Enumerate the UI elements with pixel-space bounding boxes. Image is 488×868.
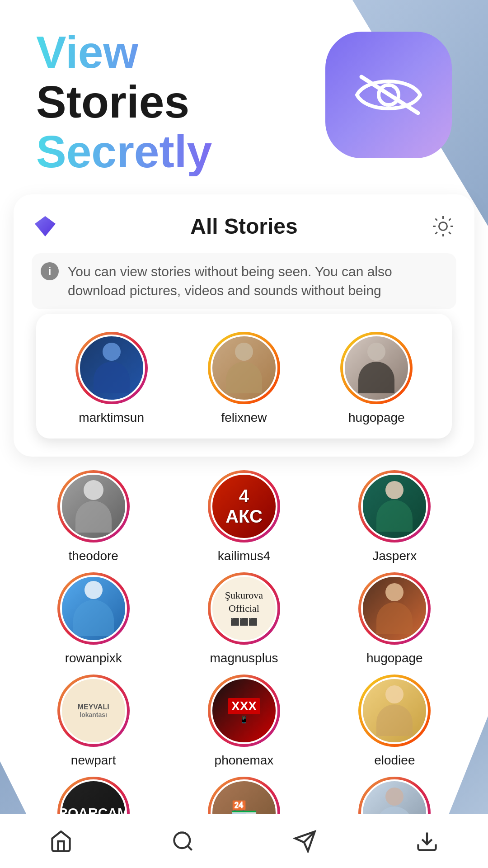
story-item-marktimsun[interactable]: marktimsun (50, 332, 173, 425)
header-line1: View (36, 27, 212, 77)
nav-search[interactable] (165, 823, 201, 859)
avatar-wrapper-newpart: MEYVALI lokantası (57, 675, 130, 747)
avatar-wrapper-hugopage (340, 332, 413, 404)
avatar-wrapper-marktimsun (75, 332, 148, 404)
avatar-newpart: MEYVALI lokantası (60, 677, 127, 744)
svg-point-4 (174, 832, 190, 848)
username-phonemax: phonemax (215, 753, 274, 768)
username-magnusplus: magnusplus (210, 651, 278, 665)
info-text: You can view stories without being seen.… (68, 262, 447, 300)
bottom-navigation (0, 814, 488, 868)
story-item-jasperx[interactable]: Jasperx (324, 470, 465, 563)
username-felixnew: felixnew (221, 410, 267, 425)
story-item-felixnew[interactable]: felixnew (182, 332, 305, 425)
home-icon (49, 830, 73, 853)
username-jasperx: Jasperx (372, 549, 417, 563)
nav-send[interactable] (287, 823, 323, 859)
avatar-content-kailimus4: 4АКС (225, 486, 263, 527)
avatar-silhouette (358, 343, 394, 393)
avatar-rowanpixk (60, 575, 127, 642)
featured-stories-card: marktimsun felixnew (36, 314, 452, 439)
avatar-silhouette (376, 685, 413, 736)
svg-point-3 (439, 222, 447, 230)
avatar-theodore (60, 473, 127, 540)
story-item-theodore[interactable]: theodore (23, 470, 164, 563)
avatar-wrapper-jasperx (358, 470, 431, 542)
avatar-magnusplus: ŞukurovaOfficial⬛⬛⬛ (211, 575, 277, 642)
nav-download[interactable] (409, 823, 445, 859)
avatar-wrapper-kailimus4: 4АКС (208, 470, 280, 542)
story-item-phonemax[interactable]: XXX 📱 phonemax (173, 675, 314, 768)
avatar-kailimus4: 4АКС (211, 473, 277, 540)
username-rowanpixk: rowanpixk (65, 651, 122, 665)
avatar-wrapper-rowanpixk (57, 572, 130, 645)
username-newpart: newpart (71, 753, 116, 768)
story-item-newpart[interactable]: MEYVALI lokantası newpart (23, 675, 164, 768)
avatar-silhouette (94, 343, 130, 393)
username-elodiee: elodiee (374, 753, 415, 768)
app-logo (325, 32, 452, 158)
header-line3: Secretly (36, 127, 212, 176)
avatar-hugopage2 (361, 575, 428, 642)
avatar-silhouette (376, 481, 413, 532)
avatar-jasperx (361, 473, 428, 540)
send-icon (293, 830, 317, 853)
story-item-kailimus4[interactable]: 4АКС kailimus4 (173, 470, 314, 563)
avatar-marktimsun (78, 335, 145, 401)
username-kailimus4: kailimus4 (218, 549, 271, 563)
username-theodore: theodore (68, 549, 118, 563)
header-section: View Stories Secretly (0, 0, 488, 194)
story-item-hugopage2[interactable]: hugopage (324, 572, 465, 665)
avatar-silhouette (75, 480, 112, 533)
story-item-elodiee[interactable]: elodiee (324, 675, 465, 768)
gear-icon[interactable] (429, 212, 456, 240)
avatar-hugopage (343, 335, 410, 401)
avatar-silhouette (226, 343, 262, 393)
main-stories-section: theodore 4АКС kailimus4 (0, 457, 488, 868)
avatar-phonemax: XXX 📱 (211, 677, 277, 744)
stories-grid-main: theodore 4АКС kailimus4 (23, 470, 465, 868)
card-title: All Stories (190, 214, 297, 239)
username-hugopage-1: hugopage (348, 410, 405, 425)
app-logo-icon (348, 68, 429, 122)
download-icon (415, 830, 439, 853)
diamond-icon (32, 212, 59, 240)
avatar-elodiee (361, 677, 428, 744)
header-text: View Stories Secretly (36, 27, 212, 176)
username-hugopage2: hugopage (366, 651, 423, 665)
avatar-wrapper-hugopage2 (358, 572, 431, 645)
avatar-wrapper-magnusplus: ŞukurovaOfficial⬛⬛⬛ (208, 572, 280, 645)
svg-line-5 (188, 846, 192, 850)
avatar-wrapper-theodore (57, 470, 130, 542)
avatar-silhouette (376, 583, 413, 634)
story-item-magnusplus[interactable]: ŞukurovaOfficial⬛⬛⬛ magnusplus (173, 572, 314, 665)
main-card: All Stories i You can view stories witho… (14, 194, 474, 457)
story-item-hugopage[interactable]: hugopage (315, 332, 438, 425)
info-icon: i (41, 262, 59, 280)
avatar-content-newpart: MEYVALI lokantası (62, 679, 125, 742)
card-header: All Stories (32, 212, 456, 240)
avatar-content-magnusplus: ŞukurovaOfficial⬛⬛⬛ (223, 587, 265, 630)
nav-home[interactable] (43, 823, 79, 859)
search-icon (171, 830, 195, 853)
info-bar: i You can view stories without being see… (32, 253, 456, 309)
avatar-wrapper-felixnew (208, 332, 280, 404)
svg-marker-2 (35, 216, 56, 236)
avatar-felixnew (211, 335, 277, 401)
header-line2: Stories (36, 77, 212, 127)
story-item-rowanpixk[interactable]: rowanpixk (23, 572, 164, 665)
avatar-silhouette (73, 581, 114, 636)
avatar-wrapper-phonemax: XXX 📱 (208, 675, 280, 747)
avatar-content-phonemax: XXX 📱 (228, 698, 260, 724)
avatar-wrapper-elodiee (358, 675, 431, 747)
featured-stories-grid: marktimsun felixnew (50, 332, 438, 425)
username-marktimsun: marktimsun (79, 410, 144, 425)
